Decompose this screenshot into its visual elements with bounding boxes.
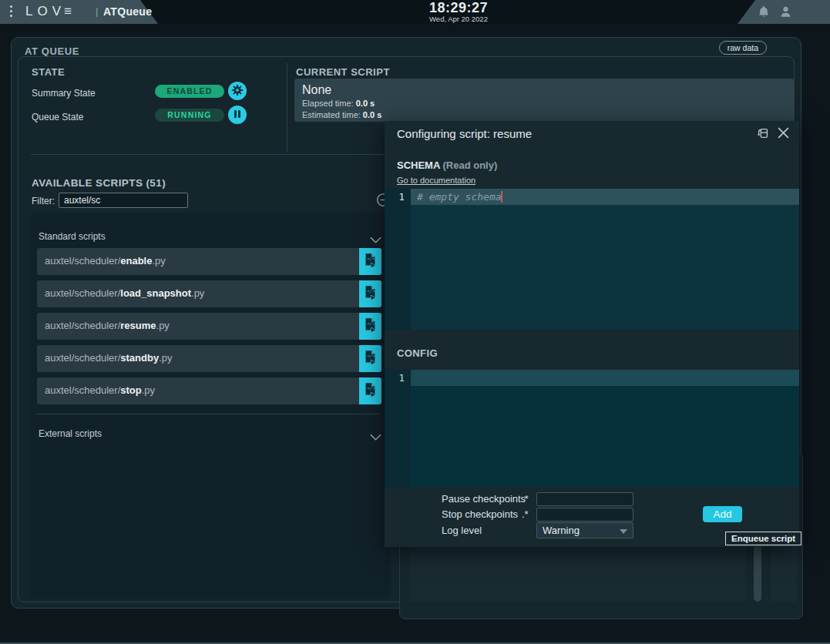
script-file-icon: </>	[364, 382, 377, 401]
detach-icon	[756, 131, 770, 143]
script-file-icon: </>	[364, 317, 377, 336]
modal-title: Configuring script: resume	[397, 127, 532, 140]
logo-separator: |	[96, 5, 98, 17]
add-button[interactable]: Add	[703, 506, 742, 522]
schema-section-title: SCHEMA (Read only)	[397, 159, 497, 171]
top-bar: LOV≡ | ATQueue 18:29:27 Wed, Apr 20 2022	[0, 0, 830, 24]
config-editor[interactable]: 1	[385, 370, 799, 487]
menu-kebab-icon[interactable]	[10, 5, 12, 17]
configure-script-button[interactable]: </>	[359, 377, 381, 404]
stop-checkpoints-label: Stop checkpoints	[442, 508, 518, 520]
schema-line-number: 1	[385, 189, 405, 205]
stop-checkpoints-input[interactable]	[536, 508, 633, 522]
configure-script-button[interactable]: </>	[359, 345, 381, 372]
enqueue-script-tooltip: Enqueue script	[725, 532, 801, 545]
atqueue-view: LOV≡ | ATQueue 18:29:27 Wed, Apr 20 2022	[0, 0, 830, 644]
schema-editor: 1 # empty schema	[385, 189, 799, 330]
filter-label: Filter:	[32, 196, 55, 206]
script-row-standby: auxtel/scheduler/standby.py </>	[37, 345, 381, 372]
script-path: auxtel/scheduler/standby.py	[45, 352, 172, 364]
config-gutter	[385, 370, 411, 487]
notifications-bell-icon[interactable]	[757, 5, 771, 19]
config-line-number: 1	[385, 370, 405, 386]
log-level-label: Log level	[442, 525, 482, 536]
script-file-icon: </>	[364, 285, 377, 304]
svg-text:</>: </>	[367, 288, 375, 293]
gear-icon	[231, 84, 244, 99]
external-scripts-label: External scripts	[39, 428, 102, 439]
estimated-time: Estimated time: 0.0 s	[302, 109, 786, 121]
configure-script-button[interactable]: </>	[359, 313, 381, 340]
stop-checkpoints-hint: .*	[522, 508, 529, 520]
clock-date: Wed, Apr 20 2022	[400, 15, 517, 23]
queue-state-badge: RUNNING	[155, 109, 224, 122]
panel-title: AT QUEUE	[25, 45, 79, 57]
queue-pause-button[interactable]	[228, 106, 247, 124]
pause-icon	[233, 109, 242, 121]
state-current-divider	[287, 63, 287, 153]
documentation-link[interactable]: Go to documentation	[397, 176, 475, 185]
script-row-stop: auxtel/scheduler/stop.py </>	[37, 377, 381, 404]
user-icon[interactable]	[778, 5, 793, 19]
scripts-group-divider	[36, 414, 379, 414]
section-divider	[31, 154, 390, 155]
script-path: auxtel/scheduler/stop.py	[45, 384, 155, 396]
svg-text:</>: </>	[367, 353, 375, 358]
select-caret-icon	[620, 529, 627, 534]
pause-checkpoints-label: Pause checkpoints	[442, 493, 526, 505]
pause-checkpoints-hint: .*	[522, 493, 529, 505]
queue-state-label: Queue State	[32, 112, 83, 122]
summary-state-gear-button[interactable]	[228, 82, 247, 100]
external-scripts-header[interactable]: External scripts	[30, 427, 391, 442]
configure-script-modal: Configuring script: resume SCHEMA (Read …	[385, 121, 799, 547]
config-active-line	[411, 370, 799, 386]
scripts-list-panel: Standard scripts auxtel/scheduler/enable…	[30, 213, 391, 599]
chevron-down-icon	[370, 430, 381, 444]
close-modal-button[interactable]	[777, 126, 790, 142]
script-path: auxtel/scheduler/load_snapshot.py	[45, 287, 204, 299]
available-scripts-title: AVAILABLE SCRIPTS (51)	[32, 177, 166, 189]
schema-code: # empty schema	[417, 189, 502, 205]
configure-script-button[interactable]: </>	[359, 280, 381, 307]
script-file-icon: </>	[364, 350, 377, 368]
configure-script-button[interactable]: </>	[359, 248, 381, 275]
clock-time: 18:29:27	[400, 1, 517, 15]
config-section-title: CONFIG	[397, 347, 438, 359]
standard-scripts-header[interactable]: Standard scripts	[30, 230, 391, 245]
pause-checkpoints-input[interactable]	[536, 492, 633, 506]
summary-state-badge: ENABLED	[155, 85, 224, 98]
standard-scripts-label: Standard scripts	[39, 231, 106, 242]
current-script-title: CURRENT SCRIPT	[296, 66, 390, 78]
svg-text:</>: </>	[367, 320, 375, 326]
state-section-title: STATE	[32, 66, 65, 78]
schema-gutter	[385, 189, 411, 330]
schema-cursor	[501, 191, 502, 203]
svg-text:</>: </>	[367, 256, 375, 261]
script-row-enable: auxtel/scheduler/enable.py </>	[37, 248, 381, 275]
log-level-select[interactable]: Warning	[536, 522, 633, 538]
current-script-card: None Elapsed time: 0.0 s Estimated time:…	[294, 79, 794, 122]
summary-state-label: Summary State	[32, 88, 96, 99]
raw-data-button[interactable]: raw data	[719, 41, 767, 55]
log-level-value: Warning	[543, 525, 580, 536]
love-logo: LOV≡	[25, 4, 72, 19]
script-file-icon: </>	[364, 253, 377, 271]
current-script-name: None	[302, 82, 786, 98]
close-icon	[777, 130, 790, 142]
detach-button[interactable]	[756, 126, 770, 143]
svg-text:</>: </>	[367, 385, 375, 391]
script-row-resume: auxtel/scheduler/resume.py </>	[37, 313, 381, 340]
app-title: ATQueue	[103, 5, 152, 18]
elapsed-time: Elapsed time: 0.0 s	[302, 98, 786, 109]
script-row-load-snapshot: auxtel/scheduler/load_snapshot.py </>	[37, 280, 381, 307]
filter-input[interactable]	[59, 193, 188, 208]
script-path: auxtel/scheduler/enable.py	[45, 255, 166, 267]
clock: 18:29:27 Wed, Apr 20 2022	[400, 1, 517, 23]
chevron-down-icon	[370, 233, 381, 247]
script-path: auxtel/scheduler/resume.py	[45, 320, 170, 331]
